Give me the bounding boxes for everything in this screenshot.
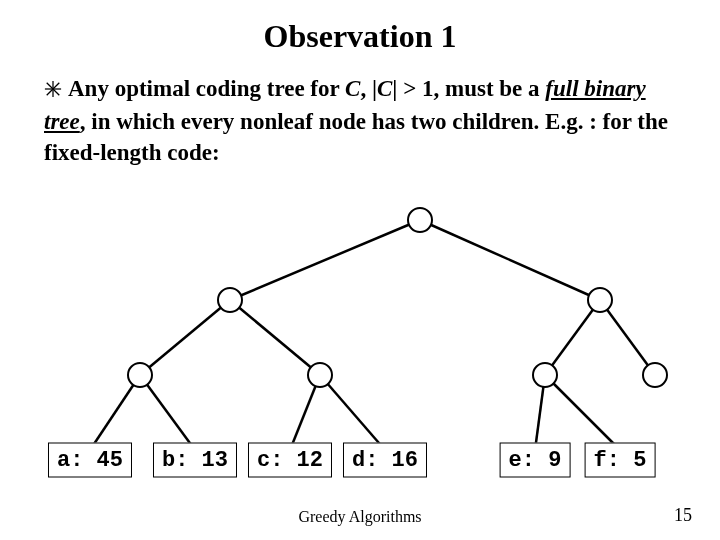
leaf-d: d: 16 [343, 443, 427, 478]
text-mid1: , | [360, 76, 377, 101]
page-title: Observation 1 [0, 18, 720, 55]
svg-line-5 [420, 220, 600, 300]
text-rest: , in which every nonleaf node has two ch… [44, 109, 668, 165]
asterisk-bullet-icon [44, 75, 62, 106]
svg-line-6 [140, 300, 230, 375]
leaf-f: f: 5 [585, 443, 656, 478]
tree-node-RL [532, 362, 558, 388]
tree-node-LR [307, 362, 333, 388]
svg-line-11 [140, 375, 195, 450]
observation-text: Any optimal coding tree for C, |C| > 1, … [44, 73, 676, 168]
text-C2: C [377, 76, 392, 101]
leaf-b: b: 13 [153, 443, 237, 478]
svg-line-13 [320, 375, 385, 450]
tree-node-L [217, 287, 243, 313]
text-pre: Any optimal coding tree for [68, 76, 345, 101]
leaf-e: e: 9 [500, 443, 571, 478]
svg-line-15 [545, 375, 620, 450]
leaf-c: c: 12 [248, 443, 332, 478]
tree-node-RR [642, 362, 668, 388]
svg-line-7 [230, 300, 320, 375]
text-C: C [345, 76, 360, 101]
tree-node-root [407, 207, 433, 233]
text-mid2: | > 1, must be a [392, 76, 545, 101]
page-number: 15 [674, 505, 692, 526]
leaf-a: a: 45 [48, 443, 132, 478]
svg-line-8 [545, 300, 600, 375]
tree-node-R [587, 287, 613, 313]
coding-tree: a: 45 b: 13 c: 12 d: 16 e: 9 f: 5 [0, 200, 720, 500]
footer-text: Greedy Algorithms [298, 508, 421, 526]
tree-node-LL [127, 362, 153, 388]
svg-line-4 [230, 220, 420, 300]
